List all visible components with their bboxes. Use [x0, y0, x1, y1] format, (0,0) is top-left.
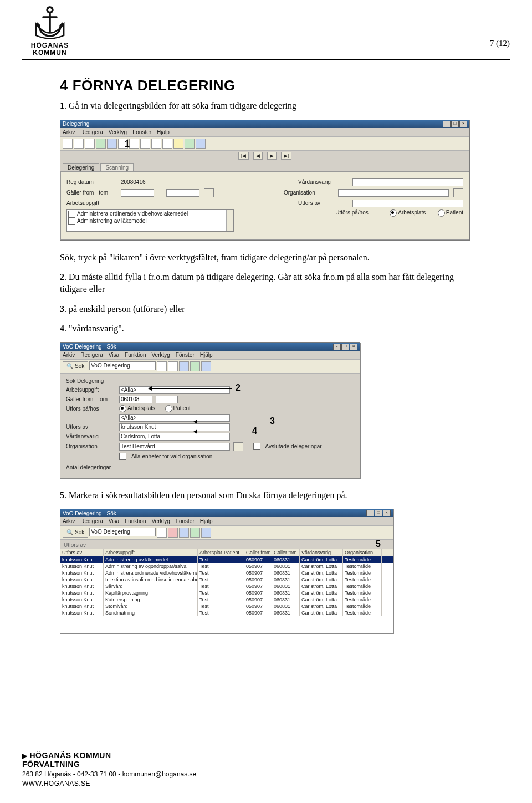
minimize-button[interactable]: - — [366, 510, 374, 516]
galler-tom-input[interactable] — [156, 396, 178, 403]
table-row[interactable]: knutsson KnutSondmatningTest050907060831… — [60, 610, 393, 616]
tool-delete-icon[interactable] — [85, 139, 95, 149]
arbetsuppgift-listbox[interactable]: Administrera ordinerade vidbehovsläkemed… — [66, 209, 234, 232]
menu-funktion[interactable]: Funktion — [125, 518, 146, 524]
arbetsuppgift-combo[interactable]: <Alla> — [119, 386, 230, 394]
maximize-button[interactable]: □ — [341, 344, 349, 350]
tool-help-icon[interactable] — [196, 139, 206, 149]
table-row[interactable]: knutsson KnutSårvårdTest050907060831Carl… — [60, 583, 393, 590]
maximize-button[interactable]: □ — [375, 510, 382, 516]
menu-visa[interactable]: Visa — [109, 518, 119, 524]
tool-doc-icon[interactable] — [162, 139, 172, 149]
search-button[interactable]: 🔍Sök — [63, 361, 88, 371]
menu-redigera[interactable]: Redigera — [80, 518, 103, 524]
tool-info-icon[interactable] — [185, 139, 195, 149]
searchtype-combo[interactable]: VoO Delegering — [89, 361, 156, 370]
plats-combo[interactable]: <Alla> — [119, 414, 230, 422]
galler-from-input[interactable] — [119, 396, 152, 403]
organisation-lookup-button[interactable] — [233, 442, 243, 451]
minimize-button[interactable]: - — [333, 344, 341, 350]
radio-patient[interactable] — [438, 209, 445, 217]
radio-arbetsplats[interactable] — [119, 405, 126, 412]
col-tom[interactable]: Gäller tom — [272, 549, 300, 556]
tab-delegering[interactable]: Delegering — [63, 163, 99, 171]
menu-arkiv[interactable]: Arkiv — [63, 352, 75, 358]
tab-scanning[interactable]: Scanning — [100, 163, 134, 171]
tool-save-icon[interactable] — [74, 139, 84, 149]
tool-copy-icon[interactable] — [157, 361, 167, 371]
menu-hjalp[interactable]: Hjälp — [200, 518, 213, 524]
col-from[interactable]: Gäller from — [244, 549, 272, 556]
vardansvarig-combo[interactable] — [352, 178, 463, 186]
organisation-combo[interactable]: Test Hemvård — [119, 443, 230, 451]
tool-copy-icon[interactable] — [157, 528, 167, 538]
nav-prev[interactable]: ◀ — [253, 152, 263, 160]
table-row[interactable]: knutsson KnutKapillärprovtagningTest0509… — [60, 590, 393, 596]
menu-arkiv[interactable]: Arkiv — [63, 518, 75, 524]
menu-funktion[interactable]: Funktion — [125, 352, 146, 358]
radio-patient[interactable] — [165, 405, 172, 412]
menu-hjalp[interactable]: Hjälp — [157, 129, 170, 135]
vardansvarig-combo[interactable]: Carlström, Lotta — [119, 433, 230, 441]
tool-refresh-icon[interactable] — [96, 139, 106, 149]
tool-open-icon[interactable] — [179, 361, 189, 371]
tool-info-icon[interactable] — [190, 528, 200, 538]
menu-fonster[interactable]: Fönster — [176, 518, 195, 524]
menu-verktyg[interactable]: Verktyg — [109, 129, 127, 135]
close-button[interactable]: × — [459, 121, 467, 127]
galler-tom-input[interactable] — [166, 189, 200, 197]
search-button[interactable]: 🔍Sök — [63, 528, 88, 538]
galler-from-input[interactable] — [121, 189, 154, 197]
menu-fonster[interactable]: Fönster — [132, 129, 151, 135]
checkbox-alla-enheter[interactable] — [119, 453, 126, 460]
organisation-lookup-button[interactable] — [453, 188, 463, 197]
menu-verktyg[interactable]: Verktyg — [151, 352, 170, 358]
col-utforsav[interactable]: Utförs av — [60, 549, 104, 556]
table-row[interactable]: knutsson KnutKateterspolningTest05090706… — [60, 596, 393, 603]
results-list[interactable]: knutsson KnutAdministrering av läkemedel… — [60, 556, 393, 616]
scrollbar[interactable] — [226, 210, 233, 231]
menu-redigera[interactable]: Redigera — [80, 129, 103, 135]
tool-help-icon[interactable] — [201, 528, 211, 538]
tool-print-icon[interactable] — [168, 528, 178, 538]
nav-next[interactable]: ▶ — [267, 152, 277, 160]
utforsav-combo[interactable] — [352, 200, 463, 207]
nav-first[interactable]: |◀ — [238, 152, 249, 160]
col-vardansvarig[interactable]: Vårdansvarig — [300, 549, 343, 556]
menu-visa[interactable]: Visa — [109, 352, 119, 358]
menu-fonster[interactable]: Fönster — [176, 352, 195, 358]
date-picker-button[interactable] — [204, 188, 214, 197]
checkbox-icon[interactable] — [68, 218, 75, 225]
organisation-combo[interactable] — [338, 189, 449, 197]
radio-arbetsplats[interactable] — [390, 209, 397, 217]
menu-arkiv[interactable]: Arkiv — [63, 129, 75, 135]
nav-last[interactable]: ▶| — [281, 152, 291, 160]
checkbox-avslutade[interactable] — [253, 443, 260, 450]
tool-edit-icon[interactable] — [173, 139, 183, 149]
maximize-button[interactable]: □ — [451, 121, 459, 127]
table-row[interactable]: knutsson KnutStomivårdTest050907060831Ca… — [60, 603, 393, 610]
tool-print-icon[interactable] — [151, 139, 161, 149]
tool-help-icon[interactable] — [201, 361, 211, 371]
col-arbetsplats[interactable]: Arbetsplats — [198, 549, 222, 556]
menu-redigera[interactable]: Redigera — [80, 352, 103, 358]
col-organisation[interactable]: Organisation — [343, 549, 382, 556]
tool-copy-icon[interactable] — [129, 139, 139, 149]
tool-search-icon[interactable] — [107, 139, 117, 149]
table-row[interactable]: knutsson KnutAdministrera ordinerade vid… — [60, 570, 393, 576]
col-patient[interactable]: Patient — [222, 549, 244, 556]
tool-paste-icon[interactable] — [140, 139, 150, 149]
table-row[interactable]: knutsson KnutAdministrering av ögondropp… — [60, 563, 393, 570]
searchtype-combo[interactable]: VoO Delegering — [89, 528, 156, 536]
menu-hjalp[interactable]: Hjälp — [200, 352, 213, 358]
checkbox-icon[interactable] — [68, 211, 75, 218]
close-button[interactable]: × — [350, 344, 357, 350]
utforsav-combo[interactable]: knutsson Knut — [119, 423, 230, 431]
tool-new-icon[interactable] — [63, 139, 73, 149]
tool-refresh-icon[interactable] — [168, 361, 178, 371]
menu-verktyg[interactable]: Verktyg — [151, 518, 170, 524]
table-row[interactable]: knutsson KnutAdministrering av läkemedel… — [60, 556, 393, 563]
tool-open-icon[interactable] — [179, 528, 189, 538]
tool-info-icon[interactable] — [190, 361, 200, 371]
close-button[interactable]: × — [383, 510, 391, 516]
